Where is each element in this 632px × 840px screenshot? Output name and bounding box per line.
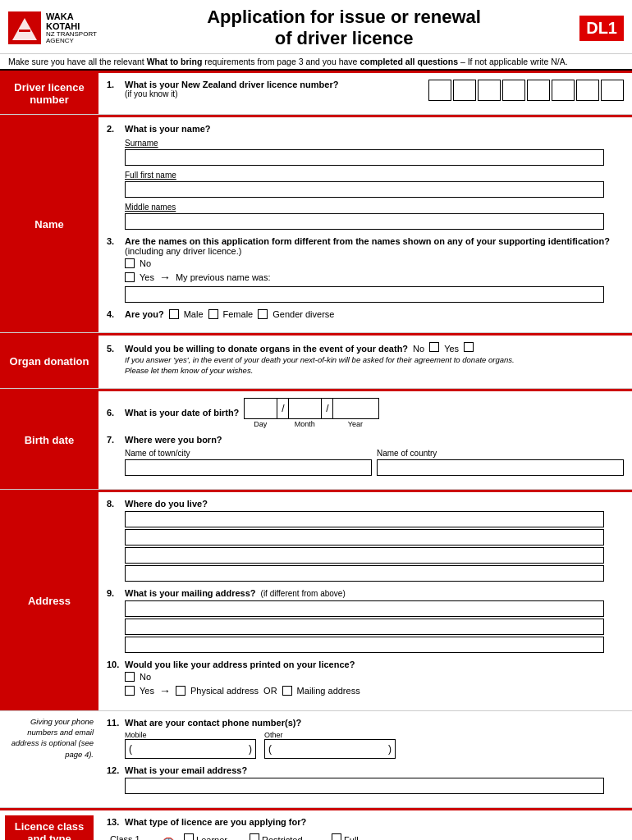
q3-yes-sub: My previous name was: <box>176 272 271 282</box>
q9-num: 9. <box>107 588 120 598</box>
q5-yes-checkbox[interactable] <box>464 342 474 352</box>
class1-full-cb[interactable] <box>332 833 341 840</box>
class1-restricted-cb[interactable] <box>250 833 259 840</box>
q13-text: What type of licence are you applying fo… <box>125 817 306 827</box>
page-title: Application for issue or renewalof drive… <box>115 7 573 50</box>
q3-text2: supporting identification? <box>498 236 610 246</box>
q2-text: What is your name? <box>125 124 211 134</box>
birth-date-section: Birth date 6. What is your date of birth… <box>0 389 632 490</box>
q4-male-label: Male <box>184 309 204 319</box>
licence-box-2[interactable] <box>453 80 476 101</box>
class1-learner-cell: Learner <box>181 830 246 840</box>
q7-text: Where were you born? <box>125 435 222 445</box>
q4-female-checkbox[interactable] <box>208 309 218 319</box>
address-line-2[interactable] <box>125 529 604 546</box>
other-paren-close: ) <box>388 743 392 755</box>
licence-class-table: Class 1 🚗 Learner Restricted Full Class … <box>107 830 624 840</box>
country-label: Name of country <box>377 449 437 458</box>
organ-label: Organ donation <box>0 336 98 388</box>
mailing-line-2[interactable] <box>125 619 604 635</box>
q10-no-label: No <box>140 672 151 682</box>
table-row: Class 1 🚗 Learner Restricted Full <box>107 830 624 840</box>
surname-input[interactable] <box>125 149 604 166</box>
q5-num: 5. <box>107 344 120 354</box>
licence-box-6[interactable] <box>552 80 575 101</box>
q10-physical-checkbox[interactable] <box>176 686 185 696</box>
q4-male-checkbox[interactable] <box>169 309 179 319</box>
q3-yes-label: Yes <box>140 272 154 282</box>
firstname-label: Full first name <box>125 171 624 180</box>
q10-or-label: OR <box>263 686 277 696</box>
mobile-field: Mobile ( ) <box>125 731 256 759</box>
q3-text: Are the names on this application form d… <box>125 236 496 246</box>
name-section: Name 2. What is your name? Surname Full … <box>0 115 632 333</box>
licence-class-section: Licence class and type Tick boxes as req… <box>0 808 632 840</box>
other-phone-input[interactable]: ( ) <box>264 739 396 759</box>
q4-diverse-checkbox[interactable] <box>258 309 268 319</box>
q10-yes-checkbox[interactable] <box>125 686 135 696</box>
address-lines <box>125 511 624 582</box>
other-paren-open: ( <box>268 743 272 755</box>
q11-num: 11. <box>107 718 120 728</box>
mailing-line-3[interactable] <box>125 637 604 653</box>
q9-text: What is your mailing address? <box>125 588 256 598</box>
birth-date-label: Birth date <box>0 391 98 489</box>
question-13: 13. What type of licence are you applyin… <box>107 817 624 840</box>
q10-mailing-checkbox[interactable] <box>282 686 292 696</box>
q5-note: If you answer 'yes', in the event of you… <box>125 355 624 364</box>
q8-text: Where do you live? <box>125 499 208 509</box>
name-content: 2. What is your name? Surname Full first… <box>98 117 632 332</box>
phone-side-note: Giving your phone numbers and email addr… <box>0 711 98 807</box>
other-phone-field: Other ( ) <box>264 731 396 759</box>
licence-box-5[interactable] <box>527 80 550 101</box>
address-content: 8. Where do you live? 9. What is your ma… <box>98 492 632 710</box>
driver-licence-label: Driver licence number <box>0 73 98 114</box>
q7-num: 7. <box>107 435 120 445</box>
q5-yes-label: Yes <box>444 344 459 354</box>
q3-yes-checkbox[interactable] <box>125 272 135 282</box>
licence-box-8[interactable] <box>601 80 624 101</box>
date-boxes: / / <box>244 398 379 419</box>
licence-box-7[interactable] <box>576 80 599 101</box>
licence-box-3[interactable] <box>478 80 501 101</box>
address-line-1[interactable] <box>125 511 604 527</box>
other-phone-label: Other <box>264 731 396 739</box>
q5-no-checkbox[interactable] <box>429 342 439 352</box>
email-field-wrap <box>125 778 624 794</box>
class1-icon: 🚗 <box>156 830 181 840</box>
town-country-row: Name of town/city Name of country <box>125 448 624 476</box>
town-input[interactable] <box>125 459 372 476</box>
licence-box-4[interactable] <box>502 80 525 101</box>
firstname-input[interactable] <box>125 181 604 198</box>
town-field: Name of town/city <box>125 448 372 476</box>
q10-no-checkbox[interactable] <box>125 672 135 682</box>
licence-box-1[interactable] <box>428 80 451 101</box>
email-input[interactable] <box>125 778 604 794</box>
logo-area: WAKA KOTAHI NZ TRANSPORT AGENCY <box>8 11 115 46</box>
driver-licence-section: Driver licence number 1. What is your Ne… <box>0 71 632 115</box>
q10-options: No Yes → Physical address OR Mailing add… <box>125 672 624 697</box>
surname-label: Surname <box>125 139 624 148</box>
date-labels: Day Month Year <box>244 420 379 428</box>
q10-physical-label: Physical address <box>190 686 259 696</box>
q3-no-checkbox[interactable] <box>125 258 135 268</box>
q9-sub: (if different from above) <box>261 589 346 598</box>
address-line-4[interactable] <box>125 565 604 582</box>
organ-section: Organ donation 5. Would you be willing t… <box>0 333 632 389</box>
month-input[interactable] <box>289 399 322 418</box>
driver-licence-content: 1. What is your New Zealand driver licen… <box>98 73 632 114</box>
mailing-line-1[interactable] <box>125 600 604 617</box>
day-input[interactable] <box>245 399 277 418</box>
mobile-input[interactable]: ( ) <box>125 739 256 759</box>
year-input[interactable] <box>333 399 378 418</box>
address-line-3[interactable] <box>125 547 604 564</box>
town-label: Name of town/city <box>125 449 190 458</box>
address-label: Address <box>0 492 98 710</box>
country-input[interactable] <box>377 459 624 476</box>
date-sep-2: / <box>322 399 333 418</box>
middlenames-input[interactable] <box>125 213 604 230</box>
class1-learner-cb[interactable] <box>184 833 194 840</box>
previous-name-input[interactable] <box>125 286 604 303</box>
country-field: Name of country <box>377 448 624 476</box>
question-6: 6. What is your date of birth? / / Day <box>107 398 624 428</box>
